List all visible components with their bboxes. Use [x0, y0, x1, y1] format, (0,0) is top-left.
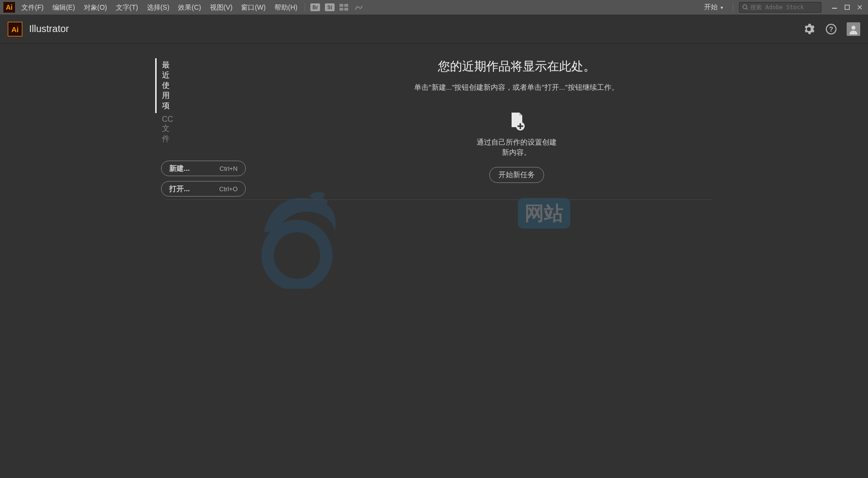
svg-rect-9 [344, 8, 348, 11]
gpu-icon[interactable] [353, 2, 365, 12]
chevron-down-icon: ▾ [721, 5, 723, 10]
svg-rect-8 [339, 8, 343, 11]
menu-help[interactable]: 帮助(H) [270, 0, 302, 15]
search-input[interactable] [750, 4, 818, 11]
menu-select[interactable]: 选择(S) [143, 0, 174, 15]
start-screen: 最近使用项 CC 文件 新建... Ctrl+N 打开... Ctrl+O 您的… [0, 44, 868, 478]
section-divider [165, 199, 713, 200]
svg-text:Ai: Ai [12, 25, 19, 33]
app-logo-icon: Ai [3, 2, 15, 13]
bridge-icon[interactable]: Br [309, 2, 321, 12]
new-doc-description: 通过自己所作的设置创建 新内容。 [477, 137, 557, 157]
help-icon: ? [825, 23, 837, 35]
settings-button[interactable] [802, 22, 816, 36]
hero-title: 您的近期作品将显示在此处。 [165, 58, 868, 74]
help-button[interactable]: ? [824, 22, 838, 36]
new-document-icon [507, 112, 526, 131]
menu-edit[interactable]: 编辑(E) [48, 0, 80, 15]
svg-line-11 [746, 8, 748, 10]
search-stock[interactable] [739, 2, 821, 13]
workspace-switcher[interactable]: 开始 ▾ [700, 2, 727, 13]
menu-divider [733, 3, 733, 12]
start-main: 您的近期作品将显示在此处。 单击"新建..."按钮创建新内容，或者单击"打开..… [165, 58, 868, 478]
svg-rect-6 [339, 4, 343, 7]
svg-point-10 [743, 5, 747, 9]
menu-type[interactable]: 文字(T) [112, 0, 143, 15]
maximize-button[interactable] [841, 2, 853, 12]
app-header: Ai Illustrator ? [0, 15, 868, 44]
close-button[interactable] [853, 2, 866, 12]
menu-divider [305, 3, 305, 12]
search-icon [742, 4, 748, 10]
hero-subtitle: 单击"新建..."按钮创建新内容，或者单击"打开..."按钮继续工作。 [165, 83, 868, 92]
svg-text:St: St [327, 5, 333, 10]
menu-file[interactable]: 文件(F) [17, 0, 48, 15]
svg-text:Ai: Ai [6, 3, 13, 11]
start-new-task-button[interactable]: 开始新任务 [489, 167, 544, 183]
main-menu: 文件(F) 编辑(E) 对象(O) 文字(T) 选择(S) 效果(C) 视图(V… [17, 0, 302, 15]
app-title: Illustrator [29, 23, 69, 34]
gear-icon [803, 23, 815, 35]
account-avatar[interactable] [847, 22, 860, 36]
menu-window[interactable]: 窗口(W) [237, 0, 270, 15]
user-icon [848, 24, 859, 34]
sidebar-nav-recent[interactable]: 最近使用项 [155, 58, 165, 113]
arrange-documents-icon[interactable] [338, 2, 350, 12]
stock-icon[interactable]: St [324, 2, 336, 12]
svg-rect-7 [344, 4, 348, 7]
illustrator-logo-icon: Ai [8, 22, 22, 36]
menu-object[interactable]: 对象(O) [80, 0, 112, 15]
minimize-button[interactable] [828, 2, 841, 12]
start-sidebar: 最近使用项 CC 文件 新建... Ctrl+N 打开... Ctrl+O [0, 58, 165, 478]
menu-effect[interactable]: 效果(C) [174, 0, 205, 15]
sidebar-nav-cc-files[interactable]: CC 文件 [155, 113, 165, 146]
svg-rect-13 [845, 5, 850, 10]
svg-point-19 [852, 26, 855, 30]
workspace-label: 开始 [704, 3, 718, 12]
menu-view[interactable]: 视图(V) [206, 0, 237, 15]
svg-text:?: ? [829, 25, 834, 33]
svg-text:Br: Br [313, 5, 318, 10]
menu-bar: Ai 文件(F) 编辑(E) 对象(O) 文字(T) 选择(S) 效果(C) 视… [0, 0, 868, 15]
